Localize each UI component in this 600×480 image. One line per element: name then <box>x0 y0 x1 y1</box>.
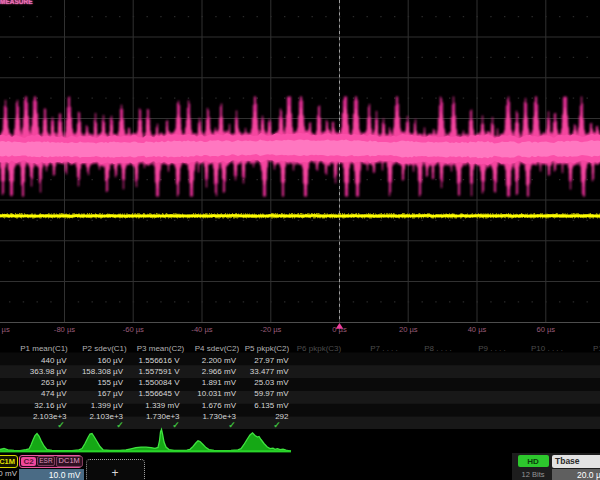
svg-text:✓: ✓ <box>116 420 124 430</box>
svg-text:P10 . . . .: P10 . . . . <box>531 344 563 353</box>
svg-text:25.03 mV: 25.03 mV <box>254 378 289 387</box>
svg-text:155 µV: 155 µV <box>97 378 123 387</box>
svg-text:167 µV: 167 µV <box>97 389 123 398</box>
svg-text:160 µV: 160 µV <box>97 356 123 365</box>
svg-text:-100 µs: -100 µs <box>0 325 10 334</box>
svg-text:-20 µs: -20 µs <box>260 325 281 334</box>
svg-text:P1: P1 <box>593 344 600 353</box>
svg-text:363.98 µV: 363.98 µV <box>30 367 67 376</box>
svg-text:2.200 mV: 2.200 mV <box>202 356 237 365</box>
svg-text:P3 mean(C2): P3 mean(C2) <box>137 344 185 353</box>
svg-text:474 µV: 474 µV <box>41 389 67 398</box>
svg-text:P2 sdev(C1): P2 sdev(C1) <box>82 344 127 353</box>
svg-text:P5 pkpk(C2): P5 pkpk(C2) <box>245 344 290 353</box>
svg-text:20 µs: 20 µs <box>399 325 418 334</box>
svg-text:1.399 µV: 1.399 µV <box>91 401 124 410</box>
svg-text:6.135 mV: 6.135 mV <box>254 401 289 410</box>
svg-text:✓: ✓ <box>172 420 180 430</box>
svg-text:1.676 mV: 1.676 mV <box>202 401 237 410</box>
svg-text:1.339 mV: 1.339 mV <box>145 401 180 410</box>
svg-text:P4 sdev(C2): P4 sdev(C2) <box>195 344 240 353</box>
svg-text:158.308 µV: 158.308 µV <box>82 367 124 376</box>
svg-text:440 µV: 440 µV <box>41 356 67 365</box>
svg-text:59.97 mV: 59.97 mV <box>254 389 289 398</box>
svg-text:P9 . . . .: P9 . . . . <box>478 344 506 353</box>
svg-text:1.556645 V: 1.556645 V <box>139 389 181 398</box>
svg-text:33.477 mV: 33.477 mV <box>250 367 289 376</box>
svg-text:1.550084 V: 1.550084 V <box>139 378 181 387</box>
svg-text:-80 µs: -80 µs <box>54 325 75 334</box>
svg-text:2.966 mV: 2.966 mV <box>202 367 237 376</box>
svg-text:P7 . . . .: P7 . . . . <box>370 344 398 353</box>
svg-text:60 µs: 60 µs <box>536 325 555 334</box>
svg-text:-40 µs: -40 µs <box>191 325 212 334</box>
svg-text:✓: ✓ <box>228 420 236 430</box>
svg-text:P1 mean(C1): P1 mean(C1) <box>20 344 68 353</box>
svg-text:10.031 mV: 10.031 mV <box>197 389 236 398</box>
svg-text:40 µs: 40 µs <box>468 325 487 334</box>
svg-text:1.557591 V: 1.557591 V <box>139 367 181 376</box>
svg-text:1.891 mV: 1.891 mV <box>202 378 237 387</box>
svg-text:32.16 µV: 32.16 µV <box>34 401 67 410</box>
svg-text:27.97 mV: 27.97 mV <box>254 356 289 365</box>
svg-text:1.556616 V: 1.556616 V <box>139 356 181 365</box>
svg-text:-60 µs: -60 µs <box>123 325 144 334</box>
svg-text:P8 . . . .: P8 . . . . <box>424 344 452 353</box>
svg-text:P6 pkpk(C3): P6 pkpk(C3) <box>297 344 342 353</box>
svg-text:✓: ✓ <box>57 420 65 430</box>
svg-text:✓: ✓ <box>273 420 281 430</box>
svg-text:263 µV: 263 µV <box>41 378 67 387</box>
